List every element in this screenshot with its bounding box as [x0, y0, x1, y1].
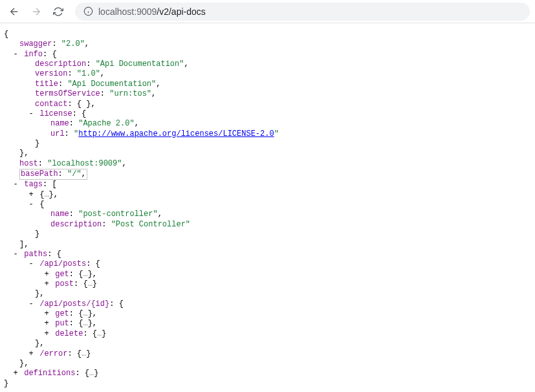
expand-toggle[interactable]: + — [43, 319, 50, 329]
browser-toolbar: localhost:9009/v2/api-docs — [0, 0, 535, 23]
json-line: + get: {…}, — [50, 270, 531, 279]
json-line: + post: {…} — [50, 279, 531, 289]
json-line: name: "post-controller", — [50, 210, 531, 219]
json-line: - paths: { — [19, 250, 531, 259]
expand-toggle[interactable]: + — [43, 309, 50, 319]
json-line: host: "localhost:9009", — [19, 159, 531, 169]
json-line: version: "1.0", — [35, 69, 531, 79]
expand-toggle[interactable]: + — [12, 369, 19, 378]
collapse-toggle[interactable]: - — [27, 200, 35, 210]
json-line: description: "Api Documentation", — [35, 60, 531, 69]
json-line: } — [4, 379, 531, 389]
json-line: name: "Apache 2.0", — [50, 119, 531, 129]
json-line: }, — [35, 339, 531, 349]
json-line: - { — [35, 200, 531, 210]
json-line: - /api/posts: { — [35, 259, 531, 269]
json-line: - /api/posts/{id}: { — [35, 299, 531, 309]
json-line: + delete: {…} — [50, 329, 531, 339]
json-line: }, — [19, 149, 531, 158]
json-line: + {…}, — [35, 190, 531, 200]
json-line: - info: { — [19, 50, 531, 60]
json-line: termsOfService: "urn:tos", — [35, 89, 531, 99]
json-line: }, — [19, 359, 531, 369]
json-line: + definitions: {…} — [19, 369, 531, 378]
json-line: title: "Api Documentation", — [35, 80, 531, 89]
json-line: } — [35, 139, 531, 149]
collapse-toggle[interactable]: - — [12, 180, 19, 190]
json-line: { — [4, 30, 531, 39]
forward-button[interactable] — [27, 3, 45, 21]
address-text: localhost:9009/v2/api-docs — [98, 6, 206, 17]
expand-toggle[interactable]: + — [43, 329, 50, 339]
collapse-toggle[interactable]: - — [12, 250, 19, 259]
json-line: basePath: "/", — [19, 169, 531, 180]
back-button[interactable] — [5, 3, 23, 21]
reload-button[interactable] — [49, 3, 67, 21]
json-line: + put: {…}, — [50, 319, 531, 329]
collapse-toggle[interactable]: - — [27, 299, 35, 309]
json-line: description: "Post Controller" — [50, 220, 531, 230]
expand-toggle[interactable]: + — [27, 349, 35, 359]
expand-toggle[interactable]: + — [43, 279, 50, 289]
collapse-toggle[interactable]: - — [27, 109, 35, 119]
info-icon — [83, 6, 93, 17]
json-line: contact: { }, — [35, 100, 531, 109]
json-line: }, — [35, 289, 531, 299]
json-line: + get: {…}, — [50, 309, 531, 319]
json-line: } — [35, 230, 531, 239]
json-line: + /error: {…} — [35, 349, 531, 359]
collapse-toggle[interactable]: - — [27, 259, 35, 269]
collapse-toggle[interactable]: - — [12, 50, 19, 60]
expand-toggle[interactable]: + — [43, 270, 50, 279]
json-line: ], — [19, 240, 531, 250]
json-line: - tags: [ — [19, 180, 531, 190]
json-viewer: { swagger: "2.0", - info: { description:… — [0, 23, 535, 392]
json-line: url: "http://www.apache.org/licenses/LIC… — [50, 129, 531, 139]
json-line: - license: { — [35, 109, 531, 119]
license-url-link[interactable]: http://www.apache.org/licenses/LICENSE-2… — [78, 129, 274, 138]
address-bar[interactable]: localhost:9009/v2/api-docs — [75, 3, 530, 21]
json-line: swagger: "2.0", — [19, 39, 531, 49]
expand-toggle[interactable]: + — [27, 190, 35, 200]
